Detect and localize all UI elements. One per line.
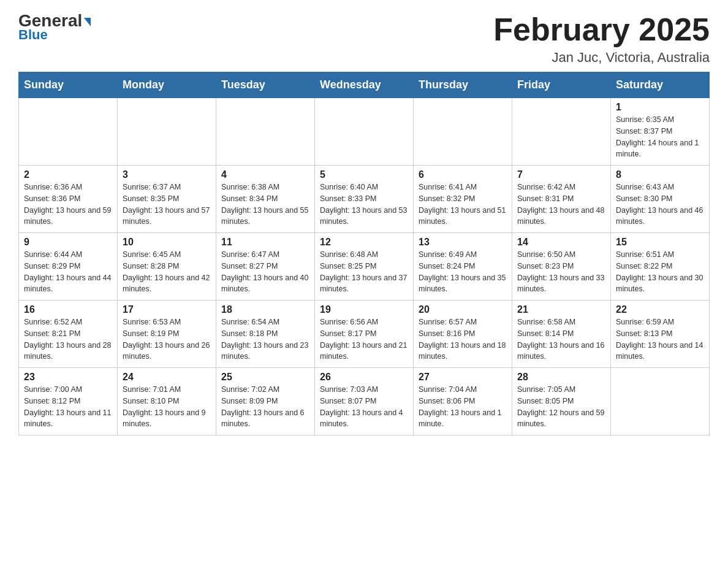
calendar-cell: 16Sunrise: 6:52 AMSunset: 8:21 PMDayligh… xyxy=(19,301,118,368)
day-info: Sunrise: 6:53 AMSunset: 8:19 PMDaylight:… xyxy=(123,316,211,362)
day-number: 28 xyxy=(517,372,605,383)
day-info: Sunrise: 6:58 AMSunset: 8:14 PMDaylight:… xyxy=(517,316,605,362)
calendar-subtitle: Jan Juc, Victoria, Australia xyxy=(493,50,710,66)
day-number: 15 xyxy=(616,237,704,248)
day-number: 20 xyxy=(419,304,507,315)
calendar-cell: 13Sunrise: 6:49 AMSunset: 8:24 PMDayligh… xyxy=(414,233,512,301)
day-info: Sunrise: 6:49 AMSunset: 8:24 PMDaylight:… xyxy=(419,249,507,295)
day-header-thursday: Thursday xyxy=(414,72,512,98)
calendar-cell: 25Sunrise: 7:02 AMSunset: 8:09 PMDayligh… xyxy=(216,368,315,435)
day-info: Sunrise: 6:40 AMSunset: 8:33 PMDaylight:… xyxy=(320,182,408,228)
calendar-cell: 20Sunrise: 6:57 AMSunset: 8:16 PMDayligh… xyxy=(414,301,512,368)
calendar-cell: 12Sunrise: 6:48 AMSunset: 8:25 PMDayligh… xyxy=(315,233,414,301)
day-info: Sunrise: 6:52 AMSunset: 8:21 PMDaylight:… xyxy=(24,316,112,362)
day-info: Sunrise: 6:45 AMSunset: 8:28 PMDaylight:… xyxy=(123,249,211,295)
day-info: Sunrise: 6:43 AMSunset: 8:30 PMDaylight:… xyxy=(616,182,704,228)
calendar-cell xyxy=(19,98,118,166)
day-info: Sunrise: 6:50 AMSunset: 8:23 PMDaylight:… xyxy=(517,249,605,295)
calendar-cell xyxy=(512,98,611,166)
day-info: Sunrise: 6:51 AMSunset: 8:22 PMDaylight:… xyxy=(616,249,704,295)
day-number: 25 xyxy=(221,372,309,383)
day-number: 1 xyxy=(616,102,704,113)
calendar-cell: 23Sunrise: 7:00 AMSunset: 8:12 PMDayligh… xyxy=(19,368,118,435)
calendar-cell: 1Sunrise: 6:35 AMSunset: 8:37 PMDaylight… xyxy=(611,98,710,166)
day-number: 7 xyxy=(517,169,605,180)
day-number: 12 xyxy=(320,237,408,248)
day-info: Sunrise: 6:35 AMSunset: 8:37 PMDaylight:… xyxy=(616,114,704,160)
day-info: Sunrise: 6:57 AMSunset: 8:16 PMDaylight:… xyxy=(419,316,507,362)
day-info: Sunrise: 7:05 AMSunset: 8:05 PMDaylight:… xyxy=(517,384,605,430)
calendar-cell xyxy=(414,98,512,166)
calendar-table: SundayMondayTuesdayWednesdayThursdayFrid… xyxy=(18,72,710,435)
day-number: 4 xyxy=(221,169,309,180)
week-row-1: 1Sunrise: 6:35 AMSunset: 8:37 PMDaylight… xyxy=(19,98,710,166)
day-info: Sunrise: 6:38 AMSunset: 8:34 PMDaylight:… xyxy=(221,182,309,228)
day-info: Sunrise: 6:42 AMSunset: 8:31 PMDaylight:… xyxy=(517,182,605,228)
day-number: 10 xyxy=(123,237,211,248)
day-number: 18 xyxy=(221,304,309,315)
day-header-wednesday: Wednesday xyxy=(315,72,414,98)
calendar-cell: 8Sunrise: 6:43 AMSunset: 8:30 PMDaylight… xyxy=(611,166,710,233)
calendar-cell xyxy=(315,98,414,166)
week-row-4: 16Sunrise: 6:52 AMSunset: 8:21 PMDayligh… xyxy=(19,301,710,368)
calendar-cell: 15Sunrise: 6:51 AMSunset: 8:22 PMDayligh… xyxy=(611,233,710,301)
day-info: Sunrise: 7:00 AMSunset: 8:12 PMDaylight:… xyxy=(24,384,112,430)
day-info: Sunrise: 6:54 AMSunset: 8:18 PMDaylight:… xyxy=(221,316,309,362)
day-number: 13 xyxy=(419,237,507,248)
calendar-cell: 28Sunrise: 7:05 AMSunset: 8:05 PMDayligh… xyxy=(512,368,611,435)
calendar-cell: 9Sunrise: 6:44 AMSunset: 8:29 PMDaylight… xyxy=(19,233,118,301)
day-number: 3 xyxy=(123,169,211,180)
week-row-2: 2Sunrise: 6:36 AMSunset: 8:36 PMDaylight… xyxy=(19,166,710,233)
calendar-cell: 7Sunrise: 6:42 AMSunset: 8:31 PMDaylight… xyxy=(512,166,611,233)
calendar-cell: 24Sunrise: 7:01 AMSunset: 8:10 PMDayligh… xyxy=(118,368,216,435)
title-block: February 2025 Jan Juc, Victoria, Austral… xyxy=(493,12,710,66)
logo: General Blue xyxy=(18,12,91,43)
calendar-cell: 17Sunrise: 6:53 AMSunset: 8:19 PMDayligh… xyxy=(118,301,216,368)
day-info: Sunrise: 6:41 AMSunset: 8:32 PMDaylight:… xyxy=(419,182,507,228)
day-info: Sunrise: 7:02 AMSunset: 8:09 PMDaylight:… xyxy=(221,384,309,430)
day-number: 9 xyxy=(24,237,112,248)
day-info: Sunrise: 7:03 AMSunset: 8:07 PMDaylight:… xyxy=(320,384,408,430)
day-info: Sunrise: 7:04 AMSunset: 8:06 PMDaylight:… xyxy=(419,384,507,430)
calendar-cell: 26Sunrise: 7:03 AMSunset: 8:07 PMDayligh… xyxy=(315,368,414,435)
calendar-cell: 4Sunrise: 6:38 AMSunset: 8:34 PMDaylight… xyxy=(216,166,315,233)
calendar-cell: 19Sunrise: 6:56 AMSunset: 8:17 PMDayligh… xyxy=(315,301,414,368)
day-number: 6 xyxy=(419,169,507,180)
day-info: Sunrise: 6:59 AMSunset: 8:13 PMDaylight:… xyxy=(616,316,704,362)
calendar-cell: 22Sunrise: 6:59 AMSunset: 8:13 PMDayligh… xyxy=(611,301,710,368)
day-number: 11 xyxy=(221,237,309,248)
day-info: Sunrise: 7:01 AMSunset: 8:10 PMDaylight:… xyxy=(123,384,211,430)
day-info: Sunrise: 6:37 AMSunset: 8:35 PMDaylight:… xyxy=(123,182,211,228)
day-number: 17 xyxy=(123,304,211,315)
day-info: Sunrise: 6:36 AMSunset: 8:36 PMDaylight:… xyxy=(24,182,112,228)
calendar-title: February 2025 xyxy=(493,12,710,47)
calendar-cell: 11Sunrise: 6:47 AMSunset: 8:27 PMDayligh… xyxy=(216,233,315,301)
calendar-cell: 10Sunrise: 6:45 AMSunset: 8:28 PMDayligh… xyxy=(118,233,216,301)
day-number: 8 xyxy=(616,169,704,180)
week-row-3: 9Sunrise: 6:44 AMSunset: 8:29 PMDaylight… xyxy=(19,233,710,301)
day-number: 22 xyxy=(616,304,704,315)
page-header: General Blue February 2025 Jan Juc, Vict… xyxy=(18,12,710,66)
day-info: Sunrise: 6:44 AMSunset: 8:29 PMDaylight:… xyxy=(24,249,112,295)
week-row-5: 23Sunrise: 7:00 AMSunset: 8:12 PMDayligh… xyxy=(19,368,710,435)
day-number: 27 xyxy=(419,372,507,383)
logo-blue: Blue xyxy=(18,27,48,43)
header-row: SundayMondayTuesdayWednesdayThursdayFrid… xyxy=(19,72,710,98)
day-number: 5 xyxy=(320,169,408,180)
calendar-cell: 2Sunrise: 6:36 AMSunset: 8:36 PMDaylight… xyxy=(19,166,118,233)
day-number: 14 xyxy=(517,237,605,248)
day-header-tuesday: Tuesday xyxy=(216,72,315,98)
day-header-sunday: Sunday xyxy=(19,72,118,98)
day-number: 19 xyxy=(320,304,408,315)
day-info: Sunrise: 6:56 AMSunset: 8:17 PMDaylight:… xyxy=(320,316,408,362)
calendar-cell: 21Sunrise: 6:58 AMSunset: 8:14 PMDayligh… xyxy=(512,301,611,368)
day-number: 21 xyxy=(517,304,605,315)
calendar-cell: 18Sunrise: 6:54 AMSunset: 8:18 PMDayligh… xyxy=(216,301,315,368)
calendar-cell: 5Sunrise: 6:40 AMSunset: 8:33 PMDaylight… xyxy=(315,166,414,233)
calendar-cell: 27Sunrise: 7:04 AMSunset: 8:06 PMDayligh… xyxy=(414,368,512,435)
day-info: Sunrise: 6:48 AMSunset: 8:25 PMDaylight:… xyxy=(320,249,408,295)
day-info: Sunrise: 6:47 AMSunset: 8:27 PMDaylight:… xyxy=(221,249,309,295)
calendar-cell: 6Sunrise: 6:41 AMSunset: 8:32 PMDaylight… xyxy=(414,166,512,233)
day-header-saturday: Saturday xyxy=(611,72,710,98)
calendar-cell: 3Sunrise: 6:37 AMSunset: 8:35 PMDaylight… xyxy=(118,166,216,233)
